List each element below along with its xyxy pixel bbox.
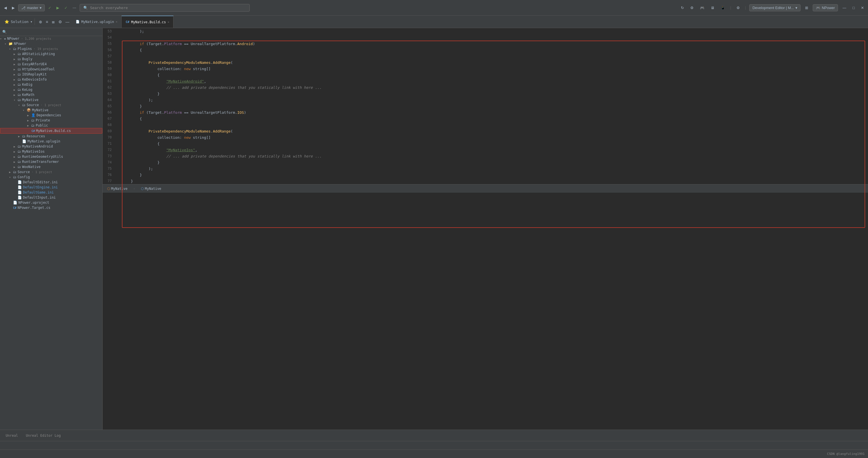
tree-item-easyar[interactable]: ▶ 🗂 EasyARforUE4 [0, 62, 102, 67]
tree-item-uplugin[interactable]: ▶ 📄 MyNative.uplugin [0, 139, 102, 144]
tree-item-build-cs[interactable]: ▶ C# MyNative.Build.cs [0, 128, 102, 134]
tree-item-bugly[interactable]: ▶ 🗂 Bugly [0, 56, 102, 62]
tree-item-npower[interactable]: ▾ 📁 NPower [0, 41, 102, 46]
code-line-55: 55 if (Target.Platform == UnrealTargetPl… [103, 40, 868, 47]
tree-item-mynativeios[interactable]: ▶ 🗂 MyNativeIos [0, 149, 102, 154]
code-line-73: 73 // ... add private dependencies that … [103, 153, 868, 159]
dev-editor-button[interactable]: Development Editor | M... ▾ [749, 4, 800, 11]
add-project-button[interactable]: ⊕ [38, 19, 43, 25]
tree-item-mynative[interactable]: ▾ 🗂 MyNative [0, 97, 102, 103]
tree-item-source[interactable]: ▾ 🗂 Source · 1 project [0, 103, 102, 108]
tab-uplugin-close[interactable]: ✕ [116, 20, 117, 23]
tree-item-kedig[interactable]: ▶ 🗂 KeDig [0, 82, 102, 87]
close-button[interactable]: ✕ [859, 4, 866, 11]
line-content-75: ); [122, 167, 868, 171]
tree-item-arstaticlight[interactable]: ▶ 🗂 ARStaticLighting [0, 51, 102, 56]
tree-item-plugins[interactable]: ▾ 🗂 Plugins · 19 projects [0, 46, 102, 51]
icon-kelog: 🗂 [18, 88, 21, 92]
tree-item-npower-target[interactable]: ▶ C# NPower.Target.cs [0, 205, 102, 210]
tree-item-woonative[interactable]: ▶ 🗂 WooNative [0, 164, 102, 169]
tree-item-runtimetrans[interactable]: ▶ 🗂 RuntimeTransformer [0, 159, 102, 164]
sync-button[interactable]: ↻ [679, 4, 686, 11]
breadcrumb-1-label: MyNative [111, 187, 128, 191]
icon-runtimetrans: 🗂 [18, 160, 21, 164]
branch-selector[interactable]: ⎇ master ▾ [18, 4, 45, 11]
line-num-68: 68 [103, 123, 116, 127]
tab-unreal-editor-log-label: Unreal Editor Log [26, 434, 61, 437]
game-icon-button[interactable]: 🎮 [698, 4, 706, 11]
minimize-button[interactable]: — [841, 4, 848, 11]
line-content-71: { [122, 142, 868, 146]
back-button[interactable]: ◀ [2, 4, 8, 11]
tree-item-mynativeandroid[interactable]: ▶ 🗂 MyNativeAndroid [0, 144, 102, 149]
tree-item-resources[interactable]: ▶ 🗂 Resources [0, 134, 102, 139]
monitor-button[interactable]: 🖥 [709, 4, 716, 11]
tree-item-npower-uproject[interactable]: ▶ 📄 NPower.uproject [0, 200, 102, 205]
tree-item-private[interactable]: ▶ 🗂 Private [0, 118, 102, 123]
breadcrumb-1[interactable]: ⬡ MyNative [107, 187, 128, 191]
breadcrumb-2[interactable]: ⬡ MyNative [141, 187, 161, 191]
label-defaultengine: DefaultEngine.ini [23, 185, 58, 189]
maximize-button[interactable]: □ [851, 4, 857, 11]
tree-item-mynative-proj[interactable]: ▾ 📦 MyNative [0, 108, 102, 113]
tree-view-button[interactable]: ≣ [51, 19, 56, 25]
tree-item-runtimegeo[interactable]: ▶ 🗂 RuntimeGeometryUtils [0, 154, 102, 159]
settings-button[interactable]: ⚙ [688, 4, 695, 11]
build-ok-button[interactable]: ✓ [63, 4, 69, 11]
tree-item-npower-root[interactable]: ▾ ★ NPower · 1,200 projects [0, 36, 102, 41]
tab-build-cs-close[interactable]: ✕ [167, 21, 169, 24]
sidebar-search-icon: 🔍 [2, 30, 7, 34]
search-bar[interactable]: 🔍 Search everywhere [80, 4, 250, 11]
tree-item-defaulteditor[interactable]: ▶ 📄 DefaultEditor.ini [0, 180, 102, 185]
expand-button[interactable]: ⊞ [803, 4, 810, 11]
arrow-easyar: ▶ [13, 63, 17, 66]
npower-button[interactable]: 🎮 NPower [813, 4, 838, 11]
tree-item-public[interactable]: ▶ 🗂 Public [0, 123, 102, 128]
tree-item-kedevice[interactable]: ▶ 🗂 KeDeviceInfo [0, 77, 102, 82]
line-content-74: } [122, 160, 868, 165]
tree-item-config[interactable]: ▾ 🗂 Config [0, 174, 102, 180]
solution-dropdown: ▾ [30, 20, 33, 24]
tab-unreal[interactable]: Unreal [2, 432, 21, 439]
collapse-button[interactable]: — [64, 19, 70, 25]
label-easyar: EasyARforUE4 [22, 62, 47, 66]
forward-button[interactable]: ▶ [10, 4, 17, 11]
top-toolbar: ◀ ▶ ⎇ master ▾ ✓ ▶ ✓ ⋯ 🔍 Search everywhe… [0, 0, 868, 16]
tree-item-defaultinput[interactable]: ▶ 📄 DefaultInput.ini [0, 195, 102, 200]
tab-unreal-editor-log[interactable]: Unreal Editor Log [22, 432, 64, 439]
search-placeholder: Search everywhere [90, 6, 128, 10]
check-button[interactable]: ✓ [46, 4, 53, 11]
more-button[interactable]: ⋯ [71, 4, 78, 11]
settings2-button[interactable]: ⚙ [735, 4, 742, 11]
tree-item-defaultengine[interactable]: ▶ 📄 DefaultEngine.ini [0, 185, 102, 190]
arrow-iosreplay: ▶ [13, 73, 17, 76]
line-num-62: 62 [103, 85, 116, 89]
breadcrumb-2-icon: ⬡ [141, 187, 144, 191]
device-button[interactable]: 📱 [719, 4, 727, 11]
tree-item-iosreplay[interactable]: ▶ 🗂 IOSReplayKit [0, 72, 102, 77]
code-editor[interactable]: 53 ); 54 55 if (Target.Platform == Unrea… [103, 28, 868, 430]
icon-defaulteditor: 📄 [18, 180, 22, 184]
label-mynativeios: MyNativeIos [22, 149, 44, 153]
tree-item-kelog[interactable]: ▶ 🗂 KeLog [0, 87, 102, 92]
line-content-77: } [122, 179, 868, 183]
label-source2: Source [18, 170, 30, 174]
icon-private: 🗂 [31, 118, 35, 122]
tree-item-dependencies[interactable]: ▶ 👤 Dependencies [0, 113, 102, 118]
arrow-arstaticlight: ▶ [13, 53, 17, 56]
list-view-button[interactable]: ≡ [44, 19, 49, 25]
sidebar-search-input[interactable] [8, 30, 100, 34]
tree-item-source2[interactable]: ▶ 🗂 Source · 1 project [0, 169, 102, 174]
run-button[interactable]: ▶ [55, 4, 61, 11]
arrow-mynative-proj: ▾ [23, 109, 26, 112]
arrow-httpdownload: ▶ [13, 68, 17, 71]
icon-bugly: 🗂 [18, 57, 21, 61]
tab-build-cs[interactable]: C# MyNative.Build.cs ✕ [122, 16, 174, 28]
tree-item-httpdownload[interactable]: ▶ 🗂 HttpDownLoadTool [0, 67, 102, 72]
settings-view-button[interactable]: ⚙ [57, 19, 63, 25]
tab-uplugin[interactable]: 📄 MyNative.uplugin ✕ [72, 16, 122, 28]
tree-item-defaultgame[interactable]: ▶ 📄 DefaultGame.ini [0, 190, 102, 195]
line-num-59: 59 [103, 67, 116, 71]
tree-item-kemath[interactable]: ▶ 🗂 KeMath [0, 92, 102, 97]
line-content-56: { [122, 48, 868, 52]
